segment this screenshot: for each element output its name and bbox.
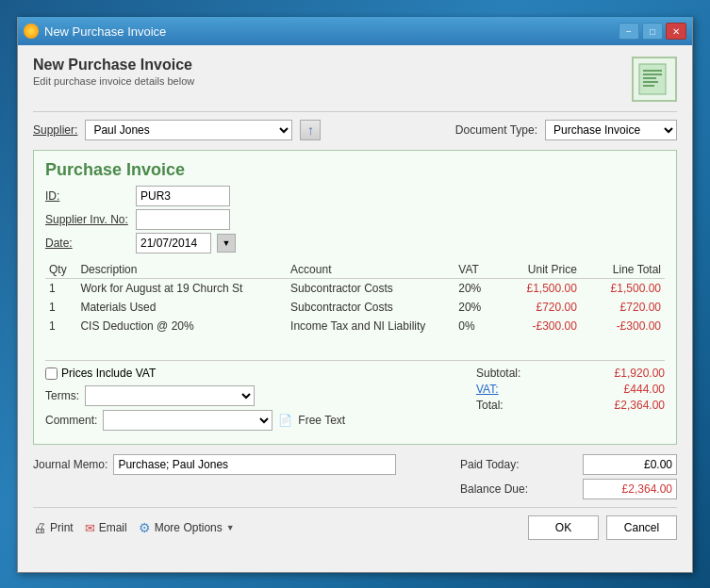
title-bar: New Purchase Invoice − □ ✕ [18,17,692,45]
row2-qty: 1 [45,298,76,317]
paid-today-input[interactable] [583,454,677,475]
page-header-text: New Purchase Invoice Edit purchase invoi… [33,57,194,87]
doctype-select[interactable]: Purchase Invoice [545,120,677,140]
table-header-row: Qty Description Account VAT Unit Price L… [45,261,665,279]
balance-due-input[interactable] [583,479,677,499]
prices-include-vat-row: Prices Include VAT [45,367,345,380]
col-line-total: Line Total [581,261,665,279]
vat-row: VAT: £444.00 [476,383,665,396]
supplier-arrow-button[interactable]: ↑ [300,120,321,140]
minimize-button[interactable]: − [619,23,639,40]
row2-vat: 20% [454,298,497,317]
header-icon [632,57,677,102]
email-label: Email [99,521,127,534]
balance-due-label: Balance Due: [460,482,528,496]
cancel-button[interactable]: Cancel [606,515,677,540]
date-label: Date: [45,237,130,250]
paid-balance-section: Paid Today: Balance Due: [460,454,677,499]
table-row[interactable]: 1 Work for August at 19 Church St Subcon… [45,279,665,299]
id-input[interactable] [136,186,230,206]
supplier-doctype-row: Supplier: Paul Jones ↑ Document Type: Pu… [33,120,677,140]
email-button[interactable]: ✉ Email [85,521,127,535]
row1-qty: 1 [45,279,76,299]
subtotal-label: Subtotal: [476,367,520,380]
subtotal-row: Subtotal: £1,920.00 [476,367,665,380]
app-icon [24,24,39,39]
invoice-bottom-left: Prices Include VAT Terms: Comment: 📄 Fre… [45,367,345,434]
content-area: New Purchase Invoice Edit purchase invoi… [18,45,692,555]
prices-include-vat-checkbox[interactable] [45,368,58,380]
total-label: Total: [476,399,504,412]
comment-label: Comment: [45,414,97,427]
terms-label: Terms: [45,389,79,402]
supplier-inv-row: Supplier Inv. No: [45,209,665,230]
col-qty: Qty [45,261,76,279]
more-options-button[interactable]: ⚙ More Options ▼ [139,520,235,535]
maximize-button[interactable]: □ [642,23,663,40]
window-title: New Purchase Invoice [44,24,166,39]
invoice-card: Purchase Invoice ID: Supplier Inv. No: D… [33,150,677,445]
page-subtitle: Edit purchase invoice details below [33,75,194,87]
row1-unit-price: £1,500.00 [497,279,581,299]
invoice-totals: Subtotal: £1,920.00 VAT: £444.00 Total: … [476,367,665,434]
journal-input[interactable] [113,454,396,475]
supplier-inv-input[interactable] [136,209,230,230]
invoice-card-bottom: Prices Include VAT Terms: Comment: 📄 Fre… [45,360,665,434]
row1-desc: Work for August at 19 Church St [76,279,287,299]
footer-right: OK Cancel [528,515,677,540]
supplier-inv-label: Supplier Inv. No: [45,213,130,226]
close-button[interactable]: ✕ [666,23,686,40]
comment-row: Comment: 📄 Free Text [45,410,345,431]
col-account: Account [287,261,454,279]
svg-rect-0 [639,64,666,94]
journal-balance-row: Journal Memo: Paid Today: Balance Due: [33,454,677,499]
col-unit-price: Unit Price [497,261,581,279]
comment-select[interactable] [103,410,272,431]
invoice-card-title: Purchase Invoice [45,160,665,180]
ok-button[interactable]: OK [528,515,599,540]
row2-account: Subcontractor Costs [287,298,454,317]
terms-select[interactable] [85,385,255,406]
row1-account: Subcontractor Costs [287,279,454,299]
row3-qty: 1 [45,317,76,335]
vat-label[interactable]: VAT: [476,383,499,396]
date-input[interactable] [136,233,211,253]
row2-unit-price: £720.00 [497,298,581,317]
paid-today-row: Paid Today: [460,454,677,475]
row2-line-total: £720.00 [581,298,665,317]
col-description: Description [76,261,287,279]
row1-line-total: £1,500.00 [581,279,665,299]
print-button[interactable]: 🖨 Print [33,520,74,535]
prices-include-vat-label: Prices Include VAT [61,367,156,380]
calendar-button[interactable]: ▼ [217,234,236,253]
date-row: Date: ▼ [45,233,665,253]
table-row[interactable]: 1 Materials Used Subcontractor Costs 20%… [45,298,665,317]
journal-section: Journal Memo: [33,454,396,475]
free-text-icon: 📄 [278,414,292,427]
row3-line-total: -£300.00 [581,317,665,335]
more-options-label: More Options [155,521,223,534]
doctype-label: Document Type: [455,123,537,137]
main-window: New Purchase Invoice − □ ✕ New Purchase … [17,17,693,573]
supplier-select[interactable]: Paul Jones [85,120,292,140]
spacer-row [45,335,665,354]
total-row: Total: £2,364.00 [476,399,665,412]
window-controls: − □ ✕ [619,23,686,40]
invoice-meta: ID: Supplier Inv. No: Date: ▼ [45,186,665,253]
balance-due-row: Balance Due: [460,479,677,499]
line-items-table: Qty Description Account VAT Unit Price L… [45,261,665,354]
row3-unit-price: -£300.00 [497,317,581,335]
id-label: ID: [45,189,130,203]
footer-left: 🖨 Print ✉ Email ⚙ More Options ▼ [33,520,235,535]
print-icon: 🖨 [33,520,46,535]
row3-vat: 0% [454,317,497,335]
table-row[interactable]: 1 CIS Deduction @ 20% Income Tax and NI … [45,317,665,335]
title-bar-left: New Purchase Invoice [24,24,166,39]
row3-desc: CIS Deduction @ 20% [76,317,287,335]
terms-row: Terms: [45,385,345,406]
page-title: New Purchase Invoice [33,57,194,74]
journal-label: Journal Memo: [33,458,107,471]
free-text-label[interactable]: Free Text [298,414,345,427]
paid-today-label: Paid Today: [460,458,520,471]
row3-account: Income Tax and NI Liability [287,317,454,335]
